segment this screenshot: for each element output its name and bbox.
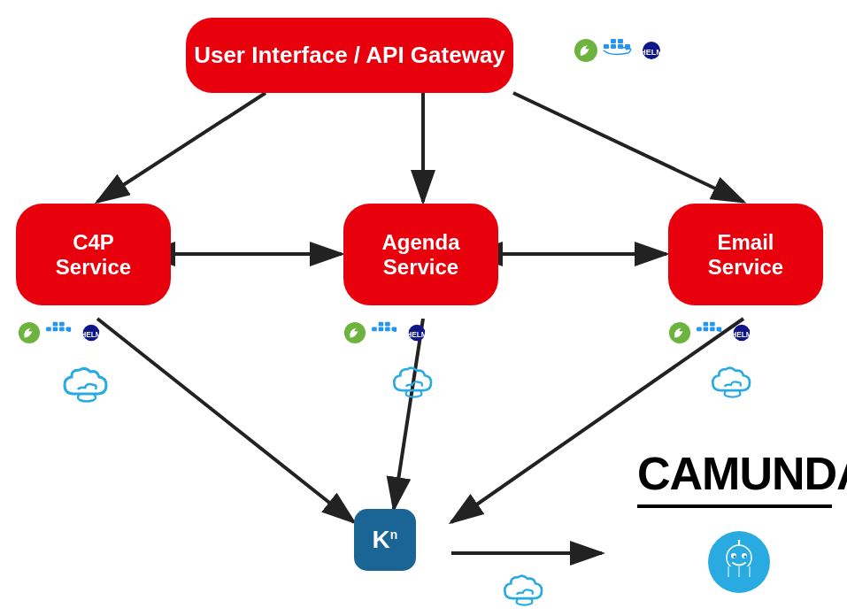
svg-rect-25 — [53, 322, 58, 327]
svg-rect-44 — [710, 327, 715, 331]
svg-rect-26 — [59, 322, 65, 327]
agenda-service-box: Agenda Service — [343, 204, 498, 305]
svg-rect-42 — [697, 327, 702, 331]
svg-point-28 — [67, 328, 71, 332]
svg-rect-36 — [385, 322, 390, 327]
bot-icon — [708, 531, 770, 593]
helm-icon-c4p: HELM — [80, 323, 103, 343]
email-cloud-icon — [708, 363, 757, 402]
svg-rect-46 — [710, 322, 715, 327]
svg-rect-16 — [618, 39, 623, 43]
diagram-container: User Interface / API Gateway HELM — [0, 0, 847, 616]
svg-point-53 — [737, 540, 741, 541]
top-service-box: User Interface / API Gateway — [186, 18, 513, 93]
svg-text:HELM: HELM — [81, 330, 102, 339]
svg-point-51 — [727, 545, 751, 570]
knative-label: Kn — [373, 526, 398, 554]
agenda-service-label: Agenda Service — [381, 230, 459, 280]
svg-line-8 — [394, 319, 423, 509]
svg-text:HELM: HELM — [731, 330, 752, 339]
camunda-label: CAMUNDA — [637, 447, 847, 500]
svg-rect-12 — [604, 44, 609, 49]
svg-point-48 — [718, 328, 721, 332]
email-service-label: Email Service — [708, 230, 783, 280]
spring-icon-email — [668, 321, 691, 344]
c4p-tech-icons: HELM — [18, 320, 103, 345]
agenda-cloud-icon — [389, 363, 438, 402]
svg-text:HELM: HELM — [640, 48, 663, 57]
svg-rect-13 — [611, 44, 616, 49]
svg-point-57 — [744, 556, 747, 558]
docker-icon — [602, 37, 635, 64]
c4p-service-box: C4P Service — [16, 204, 171, 305]
docker-icon-agenda — [370, 320, 402, 345]
svg-rect-34 — [385, 327, 390, 331]
knative-box: Kn — [354, 509, 416, 571]
helm-icon: HELM — [639, 41, 664, 60]
svg-point-18 — [627, 46, 630, 50]
svg-line-7 — [97, 319, 354, 522]
svg-point-38 — [393, 328, 397, 332]
svg-rect-23 — [53, 327, 58, 331]
svg-line-4 — [513, 93, 743, 202]
svg-rect-43 — [704, 327, 709, 331]
svg-rect-45 — [704, 322, 709, 327]
spring-icon-agenda — [343, 321, 366, 344]
email-service-box: Email Service — [668, 204, 823, 305]
helm-icon-agenda: HELM — [405, 323, 428, 343]
helm-icon-email: HELM — [730, 323, 753, 343]
svg-point-56 — [734, 556, 736, 558]
top-tech-icons: HELM — [574, 37, 664, 64]
svg-text:HELM: HELM — [406, 330, 427, 339]
docker-icon-c4p — [44, 320, 76, 345]
docker-icon-email — [695, 320, 727, 345]
spring-icon-c4p — [18, 321, 41, 344]
svg-rect-32 — [372, 327, 377, 331]
camunda-underline — [637, 504, 832, 508]
svg-rect-35 — [379, 322, 384, 327]
top-service-label: User Interface / API Gateway — [194, 42, 505, 69]
agenda-tech-icons: HELM — [343, 320, 428, 345]
c4p-cloud-icon — [60, 363, 113, 406]
email-tech-icons: HELM — [668, 320, 753, 345]
c4p-service-label: C4P Service — [56, 230, 131, 280]
knative-cloud-icon — [500, 571, 549, 610]
svg-rect-22 — [46, 327, 51, 331]
spring-icon — [574, 38, 598, 63]
svg-rect-15 — [611, 39, 616, 43]
svg-rect-33 — [379, 327, 384, 331]
svg-rect-24 — [59, 327, 65, 331]
svg-line-2 — [97, 93, 266, 202]
